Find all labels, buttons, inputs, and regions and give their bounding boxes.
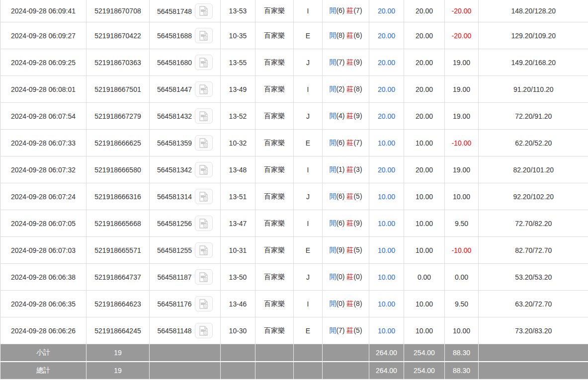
banker-result-label: 莊 — [346, 31, 353, 39]
player-result-score: (6) — [336, 192, 344, 200]
bet-amount-link[interactable]: 20.00 — [378, 112, 395, 120]
bet-amount-link[interactable]: 10.00 — [378, 220, 395, 228]
table-row: 2024-09-28 06:09:25 521918670363 5645816… — [0, 49, 588, 76]
video-replay-button[interactable] — [195, 135, 213, 151]
cell-win-loss: 9.50 — [445, 291, 479, 317]
cell-valid-amount: 20.00 — [404, 76, 445, 103]
bet-amount-link[interactable]: 10.00 — [378, 246, 395, 254]
cell-bet-time: 2024-09-28 06:09:25 — [0, 49, 86, 76]
player-result-score: (7) — [336, 58, 344, 66]
video-replay-button[interactable] — [195, 296, 213, 311]
round-id-text: 564581187 — [157, 273, 191, 281]
cell-win-loss: 10.00 — [445, 317, 479, 344]
cell-table-code: J — [294, 264, 323, 291]
bet-amount-link[interactable]: 20.00 — [378, 85, 395, 93]
round-id-text: 564581688 — [157, 32, 192, 40]
cell-bet-time: 2024-09-28 06:07:24 — [0, 183, 86, 210]
cell-valid-amount: 20.00 — [404, 49, 445, 76]
empty-cell — [221, 362, 255, 380]
cell-valid-amount: 20.00 — [404, 0, 445, 22]
cell-game-type: 百家樂 — [255, 76, 294, 103]
banker-result-label: 莊 — [346, 112, 353, 120]
banker-result-label: 莊 — [346, 273, 353, 281]
cell-bet-amount: 20.00 — [369, 156, 404, 183]
player-result-label: 閒 — [329, 273, 336, 281]
cell-valid-amount: 10.00 — [404, 183, 445, 210]
video-replay-button[interactable] — [195, 108, 213, 124]
cell-result: 閒(1) 莊(3) — [323, 156, 369, 183]
player-result-label: 閒 — [329, 139, 336, 147]
banker-result-label: 莊 — [346, 246, 353, 254]
total-count: 19 — [86, 362, 150, 380]
banker-result-label: 莊 — [346, 58, 353, 66]
empty-cell — [323, 344, 369, 362]
video-replay-button[interactable] — [195, 3, 213, 19]
bet-amount-link[interactable]: 20.00 — [378, 59, 395, 67]
table-row: 2024-09-28 06:07:32 521918666580 5645813… — [0, 156, 588, 183]
banker-result-score: (8) — [353, 300, 362, 307]
player-result-label: 閒 — [329, 112, 336, 120]
cell-round-id: 564581255 — [150, 237, 221, 264]
cell-result: 閒(0) 莊(0) — [323, 264, 369, 291]
cell-bet-id: 521918670708 — [86, 0, 150, 22]
cell-round-id: 564581256 — [150, 210, 221, 237]
table-row: 2024-09-28 06:09:27 521918670422 5645816… — [0, 22, 588, 49]
bet-amount-link[interactable]: 20.00 — [378, 7, 395, 15]
cell-table-round: 13-51 — [221, 183, 255, 210]
video-replay-button[interactable] — [195, 189, 213, 204]
cell-game-type: 百家樂 — [255, 0, 294, 22]
video-replay-button[interactable] — [195, 269, 213, 285]
bet-amount-link[interactable]: 10.00 — [378, 327, 395, 335]
bet-amount-link[interactable]: 10.00 — [378, 300, 395, 308]
video-replay-button[interactable] — [195, 55, 213, 70]
cell-balance: 72.70/82.20 — [479, 210, 588, 237]
round-id-text: 564581342 — [157, 166, 192, 174]
cell-bet-time: 2024-09-28 06:07:32 — [0, 156, 86, 183]
cell-bet-id: 521918665668 — [86, 210, 150, 237]
video-replay-button[interactable] — [195, 216, 213, 231]
cell-table-code: J — [294, 183, 323, 210]
video-replay-button[interactable] — [195, 323, 213, 338]
empty-cell — [323, 362, 369, 380]
cell-table-code: I — [294, 291, 323, 317]
video-replay-icon — [198, 192, 209, 202]
video-replay-button[interactable] — [195, 28, 213, 43]
cell-win-loss: 9.50 — [445, 210, 479, 237]
empty-cell — [294, 362, 323, 380]
bet-amount-link[interactable]: 10.00 — [378, 193, 395, 201]
cell-bet-time: 2024-09-28 06:07:33 — [0, 130, 86, 156]
player-result-label: 閒 — [329, 219, 336, 227]
bet-amount-link[interactable]: 20.00 — [378, 32, 395, 40]
total-win-loss: 88.30 — [445, 362, 479, 380]
video-replay-button[interactable] — [195, 81, 213, 97]
cell-round-id: 564581176 — [150, 291, 221, 317]
table-row: 2024-09-28 06:06:35 521918664623 5645811… — [0, 291, 588, 317]
bet-amount-link[interactable]: 20.00 — [378, 166, 395, 174]
cell-balance: 62.20/52.20 — [479, 130, 588, 156]
cell-round-id: 564581187 — [150, 264, 221, 291]
cell-result: 閒(6) 莊(7) — [323, 130, 369, 156]
banker-result-score: (5) — [353, 326, 362, 334]
cell-win-loss: 10.00 — [445, 183, 479, 210]
player-result-label: 閒 — [329, 300, 336, 307]
player-result-label: 閒 — [329, 165, 336, 173]
video-replay-button[interactable] — [195, 162, 213, 177]
cell-win-loss: -20.00 — [445, 22, 479, 49]
cell-valid-amount: 10.00 — [404, 237, 445, 264]
table-row: 2024-09-28 06:07:54 521918667279 5645814… — [0, 103, 588, 130]
cell-bet-time: 2024-09-28 06:06:38 — [0, 264, 86, 291]
video-replay-button[interactable] — [195, 242, 213, 258]
cell-win-loss: -10.00 — [445, 237, 479, 264]
empty-cell — [294, 344, 323, 362]
cell-bet-id: 521918667501 — [86, 76, 150, 103]
video-replay-icon — [198, 6, 209, 16]
cell-round-id: 564581314 — [150, 183, 221, 210]
cell-bet-id: 521918664623 — [86, 291, 150, 317]
cell-result: 閒(0) 莊(8) — [323, 291, 369, 317]
empty-cell — [255, 344, 294, 362]
bet-amount-link[interactable]: 10.00 — [378, 273, 395, 281]
video-replay-icon — [198, 219, 209, 228]
cell-result: 閒(4) 莊(9) — [323, 103, 369, 130]
bet-amount-link[interactable]: 10.00 — [378, 139, 395, 147]
player-result-label: 閒 — [329, 326, 336, 334]
